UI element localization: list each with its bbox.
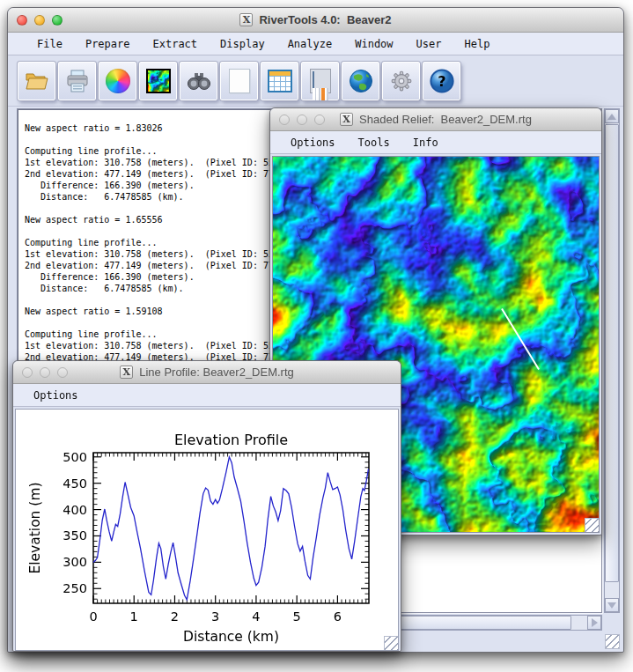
svg-text:Distance (km): Distance (km) [183, 629, 279, 645]
svg-text:0: 0 [89, 609, 97, 624]
svg-text:450: 450 [63, 476, 87, 491]
svg-text:350: 350 [63, 528, 87, 543]
x11-icon: X [340, 113, 353, 126]
svg-text:?: ? [438, 73, 445, 90]
scroll-down-arrow[interactable] [605, 598, 619, 612]
relief-titlebar[interactable]: X Shaded Relief: Beaver2_DEM.rtg [270, 108, 601, 131]
window-controls [17, 8, 63, 32]
svg-text:Elevation Profile: Elevation Profile [174, 432, 288, 448]
elevation-profile-chart: 0123456250300350400450500Elevation Profi… [15, 409, 399, 651]
main-menubar: FilePrepareExtractDisplayAnalyzeWindowUs… [8, 33, 623, 55]
dem-relief-icon [146, 69, 171, 93]
svg-text:Elevation (m): Elevation (m) [27, 482, 43, 573]
vertical-scroll-thumb[interactable] [605, 124, 619, 582]
scroll-up-arrow[interactable] [605, 109, 619, 123]
relief-menubar: OptionsToolsInfo [270, 131, 601, 154]
scroll-right-arrow[interactable] [587, 616, 601, 630]
print-button[interactable] [58, 62, 96, 100]
svg-text:400: 400 [63, 503, 87, 517]
help-button[interactable]: ? [423, 62, 460, 100]
line-profile-window: X Line Profile: Beaver2_DEM.rtg Options … [12, 360, 401, 652]
globe-icon [349, 69, 373, 93]
menu-item-info[interactable]: Info [401, 134, 450, 151]
menu-item-prepare[interactable]: Prepare [74, 35, 142, 53]
report-document-icon [229, 69, 250, 93]
settings-button[interactable] [382, 62, 420, 100]
svg-text:5: 5 [293, 609, 301, 624]
globe-button[interactable] [342, 62, 379, 100]
open-button[interactable] [18, 62, 55, 100]
profile-resize-grip[interactable] [384, 636, 399, 651]
close-button[interactable] [17, 15, 27, 26]
menu-item-options[interactable]: Options [279, 134, 347, 151]
report-button[interactable] [220, 62, 258, 100]
profile-menubar: Options [13, 384, 401, 407]
find-button[interactable] [180, 62, 217, 100]
profile-window-title: Line Profile: Beaver2_DEM.rtg [139, 366, 294, 379]
shaded-relief-display-button[interactable] [139, 62, 177, 100]
zoom-button[interactable] [57, 367, 68, 378]
minimize-button[interactable] [297, 114, 307, 125]
profile-titlebar[interactable]: X Line Profile: Beaver2_DEM.rtg [13, 361, 401, 384]
svg-text:1: 1 [130, 609, 138, 624]
menu-item-extract[interactable]: Extract [141, 35, 209, 53]
menu-item-options[interactable]: Options [22, 387, 90, 404]
zoom-button[interactable] [52, 15, 63, 26]
help-icon: ? [430, 69, 454, 93]
gear-icon [389, 69, 414, 93]
calculator-button[interactable] [301, 62, 339, 100]
vertical-scrollbar[interactable] [604, 108, 620, 613]
menu-item-display[interactable]: Display [209, 35, 276, 53]
minimize-button[interactable] [40, 367, 50, 378]
svg-text:250: 250 [63, 581, 87, 595]
svg-text:300: 300 [63, 555, 87, 569]
color-wheel-icon [106, 69, 130, 93]
x11-icon: X [120, 366, 133, 379]
svg-text:6: 6 [334, 609, 342, 624]
svg-text:4: 4 [252, 609, 260, 624]
menu-item-analyze[interactable]: Analyze [276, 35, 344, 53]
binoculars-icon [187, 69, 211, 93]
menu-item-help[interactable]: Help [453, 35, 501, 53]
color-palette-button[interactable] [99, 62, 136, 100]
main-titlebar[interactable]: X RiverTools 4.0: Beaver2 [8, 8, 623, 33]
relief-window-title: Shaded Relief: Beaver2_DEM.rtg [359, 113, 532, 126]
svg-text:2: 2 [171, 609, 179, 624]
main-resize-grip-right[interactable] [605, 634, 620, 649]
open-folder-icon [25, 69, 49, 93]
profile-plot: 0123456250300350400450500Elevation Profi… [16, 410, 399, 651]
zoom-button[interactable] [314, 114, 325, 125]
table-grid-icon [268, 70, 292, 92]
x11-icon: X [239, 13, 253, 26]
menu-item-tools[interactable]: Tools [347, 134, 401, 151]
printer-icon [65, 69, 90, 93]
table-button[interactable] [261, 62, 298, 100]
minimize-button[interactable] [34, 15, 45, 26]
main-toolbar: ? [8, 55, 623, 107]
calculator-icon [310, 69, 331, 93]
menu-item-file[interactable]: File [26, 35, 74, 53]
menu-item-window[interactable]: Window [343, 35, 404, 53]
menu-item-user[interactable]: User [405, 35, 453, 53]
close-button[interactable] [22, 367, 33, 378]
svg-text:500: 500 [63, 450, 87, 464]
main-window-title: RiverTools 4.0: Beaver2 [259, 13, 391, 26]
close-button[interactable] [279, 114, 290, 125]
svg-text:3: 3 [211, 609, 219, 624]
relief-resize-grip[interactable] [585, 518, 600, 533]
